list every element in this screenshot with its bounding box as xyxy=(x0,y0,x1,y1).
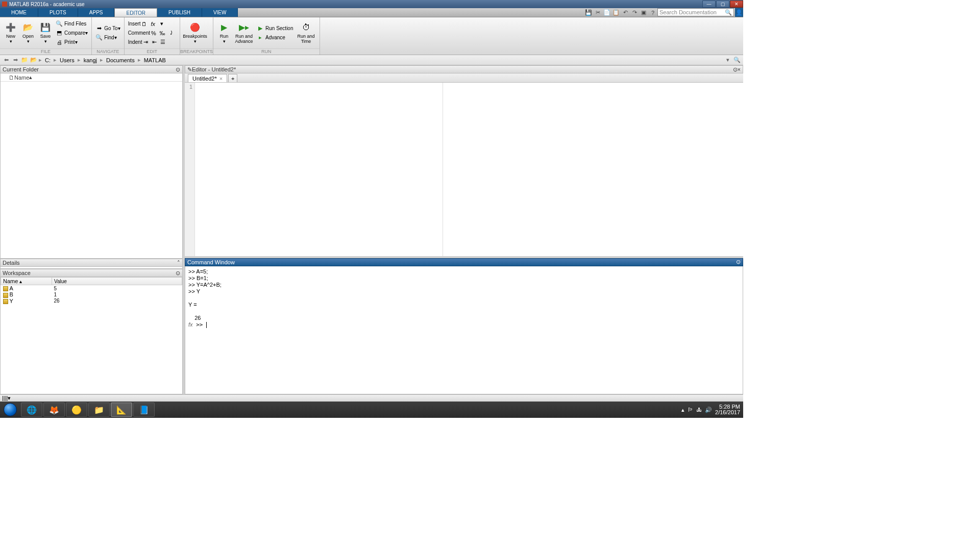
command-window-body[interactable]: >> A=5; >> B=1; >> Y=A^2+B; >> Y Y = 26 … xyxy=(185,266,743,394)
print-button[interactable]: 🖨Print ▾ xyxy=(54,38,89,47)
workspace-header[interactable]: Workspace ⊙ xyxy=(0,269,183,277)
taskbar-firefox[interactable]: 🦊 xyxy=(43,403,65,417)
tab-publish[interactable]: PUBLISH xyxy=(157,8,202,17)
nav-dropdown-button[interactable]: ▾ xyxy=(724,56,732,64)
breadcrumb[interactable]: Documents xyxy=(104,57,137,63)
workspace-row[interactable]: A5 xyxy=(1,285,182,292)
tab-plots[interactable]: PLOTS xyxy=(38,8,78,17)
workspace-row[interactable]: B1 xyxy=(1,291,182,297)
nav-up-button[interactable]: 📁 xyxy=(20,56,29,64)
find-button[interactable]: 🔍Find ▾ xyxy=(94,33,122,42)
panel-menu-icon[interactable]: ⊙ xyxy=(176,66,180,73)
editor-code-area[interactable] xyxy=(195,83,443,256)
quick-layout-icon[interactable]: ▣ xyxy=(639,8,648,17)
tray-action-icon[interactable]: 🏳 xyxy=(688,407,693,413)
goto-button[interactable]: ➡Go To ▾ xyxy=(94,24,122,33)
breakpoints-icon: 🔴 xyxy=(190,22,200,33)
open-folder-icon: 📂 xyxy=(23,22,33,33)
nav-browse-button[interactable]: 📂 xyxy=(30,56,38,64)
editor-file-tab[interactable]: Untitled2* × xyxy=(188,74,227,82)
panel-close-icon[interactable]: × xyxy=(738,66,741,72)
close-button[interactable]: ✕ xyxy=(730,1,743,8)
breadcrumb[interactable]: Users xyxy=(58,57,77,63)
insert-button[interactable]: Insert 🗒 fx ▾ xyxy=(127,19,178,29)
advance-icon: ▸ xyxy=(257,34,264,41)
run-section-icon: ▶ xyxy=(257,25,264,32)
run-section-button[interactable]: ▶Run Section xyxy=(255,24,295,33)
toolgroup-file: ➕New▾ 📂Open▾ 💾Save▾ 🔍Find Files ⬒Compare… xyxy=(0,17,92,55)
advance-button[interactable]: ▸Advance xyxy=(255,33,295,42)
toolgroup-breakpoints: 🔴Breakpoints▾ BREAKPOINTS xyxy=(180,17,213,55)
find-icon: 🔍 xyxy=(95,34,103,41)
tray-up-icon[interactable]: ▴ xyxy=(681,407,684,413)
new-button[interactable]: ➕New▾ xyxy=(2,21,19,45)
open-button[interactable]: 📂Open▾ xyxy=(19,21,37,45)
taskbar-chrome[interactable]: 🟡 xyxy=(66,403,87,417)
toolgroup-navigate: ➡Go To ▾ 🔍Find ▾ NAVIGATE xyxy=(92,17,125,55)
editor-body[interactable]: 1 xyxy=(185,83,743,256)
fx-icon[interactable]: fx xyxy=(188,321,193,328)
panel-collapse-icon[interactable]: ˄ xyxy=(177,260,180,266)
windows-orb-icon xyxy=(4,403,17,416)
quick-paste-icon[interactable]: 📋 xyxy=(611,8,621,17)
nav-forward-button[interactable]: ➡ xyxy=(11,56,19,64)
quick-cut-icon[interactable]: ✂ xyxy=(593,8,602,17)
tray-network-icon[interactable]: 🖧 xyxy=(696,407,702,413)
save-button[interactable]: 💾Save▾ xyxy=(37,21,54,45)
panel-menu-icon[interactable]: ⊙ xyxy=(176,270,180,277)
tab-home[interactable]: HOME xyxy=(0,8,38,17)
new-tab-button[interactable]: + xyxy=(228,74,237,82)
system-tray[interactable]: ▴ 🏳 🖧 🔊 5:28 PM 2/16/2017 xyxy=(681,404,743,415)
current-folder-column-header[interactable]: 🗋 Name ▴ xyxy=(1,73,182,82)
panel-menu-icon[interactable]: ⊙ xyxy=(736,259,741,265)
start-button[interactable] xyxy=(0,402,20,418)
cursor-icon xyxy=(206,322,207,328)
workspace-col-value[interactable]: Value xyxy=(52,278,182,285)
taskbar-word[interactable]: 📘 xyxy=(133,403,155,417)
editor-header[interactable]: ✎ Editor - Untitled2* ⊙ × xyxy=(185,65,743,73)
run-advance-button[interactable]: ▶▸Run and Advance xyxy=(233,21,255,45)
variable-icon xyxy=(3,293,8,298)
tab-apps[interactable]: APPS xyxy=(78,8,115,17)
breadcrumb[interactable]: MATLAB xyxy=(142,57,168,63)
quick-copy-icon[interactable]: 📄 xyxy=(602,8,611,17)
taskbar-explorer[interactable]: 📁 xyxy=(88,403,110,417)
nav-back-button[interactable]: ⬅ xyxy=(2,56,10,64)
tab-editor[interactable]: EDITOR xyxy=(114,8,157,17)
minimize-button[interactable]: — xyxy=(702,1,716,8)
tray-clock[interactable]: 5:28 PM 2/16/2017 xyxy=(715,404,740,415)
editor-pencil-icon: ✎ xyxy=(187,66,192,73)
nav-search-button[interactable]: 🔍 xyxy=(733,56,741,64)
run-advance-icon: ▶▸ xyxy=(239,22,249,33)
maximize-button[interactable]: ▢ xyxy=(716,1,729,8)
run-button[interactable]: ▶Run▾ xyxy=(215,21,233,45)
comment-button[interactable]: Comment % ‰ ⤸ xyxy=(127,29,178,38)
window-title: MATLAB R2016a - academic use xyxy=(9,2,702,7)
panel-menu-icon[interactable]: ⊙ xyxy=(733,66,738,73)
insert-section-icon: 🗒 xyxy=(141,21,148,27)
find-files-button[interactable]: 🔍Find Files xyxy=(54,19,89,29)
tab-view[interactable]: VIEW xyxy=(202,8,238,17)
login-icon[interactable]: 👤 xyxy=(735,8,743,17)
breakpoints-button[interactable]: 🔴Breakpoints▾ xyxy=(182,21,208,45)
quick-redo-icon[interactable]: ↷ xyxy=(630,8,639,17)
help-icon[interactable]: ? xyxy=(648,8,657,17)
workspace-col-name[interactable]: Name ▴ xyxy=(1,278,52,285)
current-folder-header[interactable]: Current Folder ⊙ xyxy=(0,65,183,73)
run-time-button[interactable]: ⏱Run and Time xyxy=(295,21,317,45)
taskbar-matlab[interactable]: 📐 xyxy=(111,403,132,417)
taskbar-ie[interactable]: 🌐 xyxy=(21,403,42,417)
tray-volume-icon[interactable]: 🔊 xyxy=(705,407,712,413)
close-tab-icon[interactable]: × xyxy=(219,76,223,82)
compare-button[interactable]: ⬒Compare ▾ xyxy=(54,29,89,38)
breadcrumb[interactable]: kangj xyxy=(82,57,99,63)
workspace-title: Workspace xyxy=(3,270,31,276)
indent-button[interactable]: Indent ⇥ ⇤ ☰ xyxy=(127,38,178,47)
breadcrumb[interactable]: C: xyxy=(43,57,53,63)
quick-undo-icon[interactable]: ↶ xyxy=(621,8,630,17)
search-documentation-input[interactable]: Search Documentation 🔍 xyxy=(657,8,734,16)
quick-save-icon[interactable]: 💾 xyxy=(584,8,593,17)
command-window-header[interactable]: Command Window ⊙ xyxy=(185,258,743,266)
details-header[interactable]: Details ˄ xyxy=(0,259,183,267)
workspace-row[interactable]: Y26 xyxy=(1,298,182,304)
